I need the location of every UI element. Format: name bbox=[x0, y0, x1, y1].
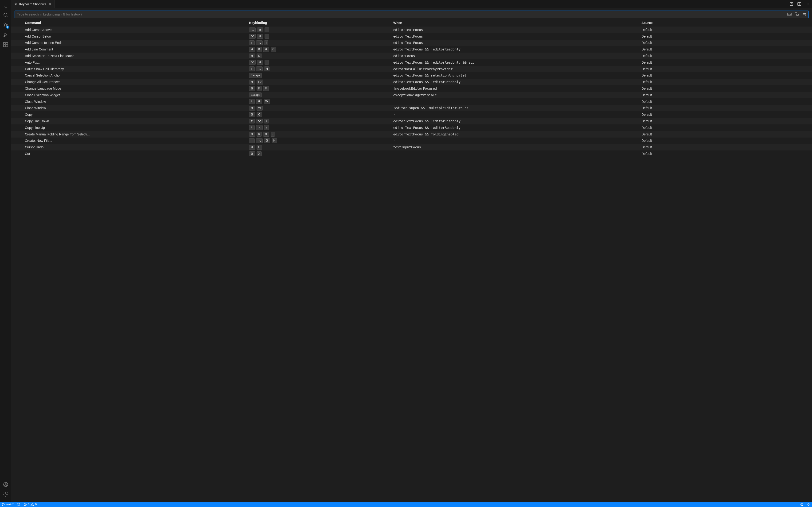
key-cap: Escape bbox=[249, 73, 262, 78]
key-cap: M bbox=[263, 86, 269, 91]
status-bar: main* 0 0 bbox=[0, 502, 812, 507]
keybinding-cell: ⌘C bbox=[247, 111, 391, 118]
when-cell: editorTextFocus bbox=[391, 40, 639, 46]
svg-rect-5 bbox=[4, 43, 5, 44]
tab-keyboard-shortcuts[interactable]: Keyboard Shortcuts bbox=[11, 0, 55, 8]
when-cell: editorTextFocus && !editorReadonly bbox=[391, 78, 639, 85]
svg-point-10 bbox=[5, 483, 6, 485]
when-cell: editorTextFocus && !editorReadonly && su… bbox=[391, 59, 639, 66]
command-cell: Add Line Comment bbox=[22, 46, 247, 53]
command-cell: Calls: Show Call Hierarchy bbox=[22, 66, 247, 72]
open-json-icon[interactable] bbox=[789, 2, 794, 6]
tab-bar: Keyboard Shortcuts bbox=[11, 0, 812, 8]
keybinding-search[interactable] bbox=[14, 10, 809, 18]
keybinding-cell: ⌘K⌘, bbox=[247, 131, 391, 137]
source-control-icon[interactable]: 1 bbox=[2, 21, 9, 28]
tab-close-icon[interactable] bbox=[48, 2, 52, 6]
svg-point-17 bbox=[806, 4, 806, 4]
table-row[interactable]: Add Cursors to Line Ends⇧⌥IeditorTextFoc… bbox=[11, 40, 812, 46]
command-cell: Change Language Mode bbox=[22, 85, 247, 92]
preferences-icon bbox=[14, 2, 17, 6]
table-row[interactable]: Copy⌘C-Default bbox=[11, 111, 812, 118]
problems[interactable]: 0 0 bbox=[23, 503, 37, 506]
search-icon[interactable] bbox=[2, 12, 9, 18]
keybinding-cell: ⌃⌥⌘N bbox=[247, 137, 391, 144]
feedback-icon[interactable] bbox=[800, 503, 804, 506]
source-cell: Default bbox=[639, 66, 812, 72]
header-keybinding[interactable]: Keybinding bbox=[247, 19, 391, 26]
more-actions-icon[interactable] bbox=[805, 2, 810, 6]
table-row[interactable]: Create: New File...⌃⌥⌘N-Default bbox=[11, 137, 812, 144]
tab-title: Keyboard Shortcuts bbox=[19, 2, 46, 6]
command-cell: Cancel Selection Anchor bbox=[22, 72, 247, 79]
table-row[interactable]: Copy Line Down⇧⌥↓editorTextFocus && !edi… bbox=[11, 118, 812, 124]
svg-point-24 bbox=[2, 505, 3, 506]
run-debug-icon[interactable] bbox=[2, 32, 9, 38]
command-cell: Close Window bbox=[22, 105, 247, 111]
table-row[interactable]: Cut⌘X-Default bbox=[11, 151, 812, 157]
settings-gear-icon[interactable] bbox=[2, 491, 9, 498]
key-cap: C bbox=[271, 47, 276, 52]
clear-search-icon[interactable] bbox=[802, 12, 807, 16]
table-row[interactable]: Add Cursor Above⌥⌘↑editorTextFocusDefaul… bbox=[11, 26, 812, 33]
key-cap: ⇧ bbox=[249, 66, 255, 71]
explorer-icon[interactable] bbox=[2, 2, 9, 8]
when-cell: textInputFocus bbox=[391, 144, 639, 151]
source-cell: Default bbox=[639, 137, 812, 144]
header-when[interactable]: When bbox=[391, 19, 639, 26]
key-cap: ⌥ bbox=[249, 27, 256, 33]
table-row[interactable]: Auto Fix...⌥⌘.editorTextFocus && !editor… bbox=[11, 59, 812, 66]
record-keys-icon[interactable] bbox=[787, 12, 792, 16]
command-cell: Create: New File... bbox=[22, 137, 247, 144]
svg-point-19 bbox=[808, 4, 809, 4]
table-row[interactable]: Add Cursor Below⌥⌘↓editorTextFocusDefaul… bbox=[11, 33, 812, 40]
split-editor-icon[interactable] bbox=[797, 2, 802, 6]
key-cap: ⇧ bbox=[249, 40, 255, 45]
table-row[interactable]: Cursor Undo⌘UtextInputFocusDefault bbox=[11, 144, 812, 151]
command-cell: Create Manual Folding Range from Selecti… bbox=[22, 131, 247, 137]
source-cell: Default bbox=[639, 124, 812, 131]
when-cell: editorTextFocus && !editorReadonly bbox=[391, 46, 639, 53]
accounts-icon[interactable] bbox=[2, 481, 9, 488]
table-row[interactable]: Change All Occurrences⌘F2editorTextFocus… bbox=[11, 78, 812, 85]
table-row[interactable]: Create Manual Folding Range from Selecti… bbox=[11, 131, 812, 137]
source-cell: Default bbox=[639, 78, 812, 85]
source-cell: Default bbox=[639, 85, 812, 92]
table-row[interactable]: Calls: Show Call Hierarchy⇧⌥HeditorHasCa… bbox=[11, 66, 812, 72]
key-cap: ⌥ bbox=[249, 60, 256, 65]
table-row[interactable]: Close Window⌘W!editorIsOpen && !multiple… bbox=[11, 105, 812, 111]
header-command[interactable]: Command bbox=[22, 19, 247, 26]
sync-button[interactable] bbox=[17, 503, 20, 506]
table-row[interactable]: Copy Line Up⇧⌥↑editorTextFocus && !edito… bbox=[11, 124, 812, 131]
table-row[interactable]: Close Exception WidgetEscapeexceptionWid… bbox=[11, 92, 812, 98]
table-row[interactable]: Close Window⇧⌘W-Default bbox=[11, 98, 812, 105]
git-branch[interactable]: main* bbox=[2, 503, 14, 506]
key-cap: ⌘ bbox=[257, 60, 263, 65]
keybinding-search-input[interactable] bbox=[17, 12, 785, 17]
command-cell: Copy Line Down bbox=[22, 118, 247, 124]
when-cell: editorTextFocus bbox=[391, 26, 639, 33]
key-cap: D bbox=[257, 54, 262, 58]
svg-point-13 bbox=[16, 4, 17, 4]
key-cap: ⇧ bbox=[249, 99, 255, 104]
key-cap: ⌘ bbox=[249, 106, 255, 111]
extensions-icon[interactable] bbox=[2, 41, 9, 48]
table-row[interactable]: Add Selection To Next Find Match⌘Deditor… bbox=[11, 53, 812, 59]
header-source[interactable]: Source bbox=[639, 19, 812, 26]
source-cell: Default bbox=[639, 118, 812, 124]
sort-by-precedence-icon[interactable] bbox=[795, 12, 799, 16]
table-row[interactable]: Cancel Selection AnchorEscapeeditorTextF… bbox=[11, 72, 812, 79]
svg-point-29 bbox=[801, 504, 802, 505]
table-row[interactable]: Change Language Mode⌘KM!notebookEditorFo… bbox=[11, 85, 812, 92]
key-cap: , bbox=[271, 132, 275, 136]
command-cell: Add Cursors to Line Ends bbox=[22, 40, 247, 46]
svg-point-14 bbox=[15, 4, 16, 5]
svg-point-27 bbox=[32, 505, 33, 505]
key-cap: ⌃ bbox=[249, 138, 255, 143]
when-cell: editorTextFocus && selectionAnchorSet bbox=[391, 72, 639, 79]
source-cell: Default bbox=[639, 46, 812, 53]
notifications-icon[interactable] bbox=[807, 503, 810, 506]
table-row[interactable]: Add Line Comment⌘K⌘CeditorTextFocus && !… bbox=[11, 46, 812, 53]
key-cap: ⌥ bbox=[256, 40, 263, 45]
command-cell: Change All Occurrences bbox=[22, 78, 247, 85]
